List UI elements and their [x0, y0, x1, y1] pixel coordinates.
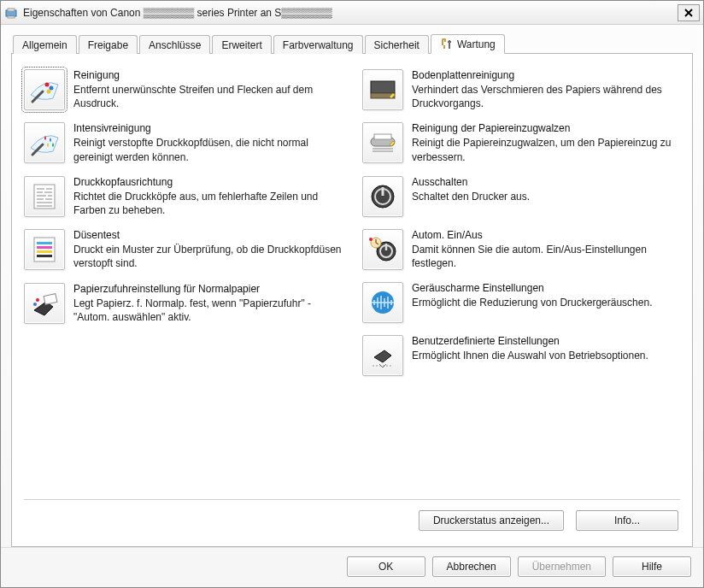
item-reinigung: Reinigung Entfernt unerwünschte Streifen… [24, 69, 342, 110]
tab-farbverwaltung[interactable]: Farbverwaltung [273, 35, 363, 54]
app-icon [4, 6, 18, 20]
window-title: Eigenschaften von Canon ▒▒▒▒▒▒▒ series P… [23, 7, 678, 19]
tab-wartung[interactable]: Wartung [431, 34, 505, 54]
tab-label: Erweitert [221, 39, 261, 51]
item-desc: Druckt ein Muster zur Überprüfung, ob di… [73, 243, 342, 270]
maintenance-columns: Reinigung Entfernt unerwünschte Streifen… [24, 69, 680, 494]
tabstrip: Allgemein Freigabe Anschlüsse Erweitert … [11, 33, 693, 54]
item-ausschalten: Ausschalten Schaltet den Drucker aus. [362, 176, 680, 217]
auto-power-button[interactable] [362, 229, 403, 270]
item-text: Druckkopfausrichtung Richtet die Druckkö… [73, 176, 342, 217]
svg-rect-17 [34, 238, 55, 262]
item-title: Reinigung der Papiereinzugwalzen [412, 122, 680, 134]
tab-erweitert[interactable]: Erweitert [212, 35, 271, 54]
svg-point-23 [36, 298, 39, 302]
item-bodenplattenreinigung: Bodenplattenreinigung Verhindert das Ver… [362, 69, 680, 110]
item-title: Reinigung [73, 69, 342, 81]
item-desc: Verhindert das Verschmieren des Papiers … [412, 83, 680, 110]
ok-button[interactable]: OK [347, 556, 425, 577]
item-text: Bodenplattenreinigung Verhindert das Ver… [412, 69, 680, 110]
svg-rect-25 [371, 81, 395, 93]
item-desc: Richtet die Druckköpfe aus, um fehlerhaf… [73, 190, 342, 217]
svg-point-40 [369, 238, 373, 241]
svg-rect-2 [8, 16, 15, 18]
item-text: Benutzerdefinierte Einstellungen Ermögli… [412, 335, 680, 362]
deep-cleaning-button[interactable] [24, 122, 65, 163]
item-title: Düsentest [73, 229, 342, 241]
svg-rect-6 [34, 185, 55, 209]
item-desc: Schaltet den Drucker aus. [412, 190, 680, 203]
right-column: Bodenplattenreinigung Verhindert das Ver… [362, 69, 680, 494]
item-benutzerdefiniert: Benutzerdefinierte Einstellungen Ermögli… [362, 335, 680, 376]
item-title: Autom. Ein/Aus [412, 229, 680, 241]
tab-label: Freigabe [88, 39, 128, 51]
item-text: Düsentest Druckt ein Muster zur Überprüf… [73, 229, 342, 270]
item-walzen: Reinigung der Papiereinzugwalzen Reinigt… [362, 122, 680, 163]
printer-status-button[interactable]: Druckerstatus anzeigen... [419, 510, 564, 531]
svg-point-5 [47, 90, 51, 94]
paper-source-button[interactable] [24, 283, 65, 324]
item-text: Autom. Ein/Aus Damit können Sie die auto… [412, 229, 680, 270]
item-text: Reinigung der Papiereinzugwalzen Reinigt… [412, 122, 680, 163]
print-head-align-button[interactable] [24, 176, 65, 217]
tab-allgemein[interactable]: Allgemein [13, 35, 77, 54]
tab-freigabe[interactable]: Freigabe [79, 35, 138, 54]
power-off-button[interactable] [362, 176, 403, 217]
item-desc: Ermöglicht Ihnen die Auswahl von Betrieb… [412, 349, 680, 362]
item-druckkopfausrichtung: Druckkopfausrichtung Richtet die Druckkö… [24, 176, 342, 217]
tab-anschluesse[interactable]: Anschlüsse [139, 35, 210, 54]
item-desc: Reinigt verstopfte Druckkopfdüsen, die n… [73, 136, 342, 163]
item-desc: Ermöglicht die Reduzierung von Druckerge… [412, 296, 680, 309]
svg-point-4 [50, 86, 54, 91]
cancel-button[interactable]: Abbrechen [432, 556, 511, 577]
nozzle-check-button[interactable] [24, 229, 65, 270]
svg-point-24 [33, 303, 37, 306]
item-text: Ausschalten Schaltet den Drucker aus. [412, 176, 680, 203]
item-title: Papierzufuhreinstellung für Normalpapier [73, 283, 342, 295]
item-text: Papierzufuhreinstellung für Normalpapier… [73, 283, 342, 324]
item-desc: Entfernt unerwünschte Streifen und Fleck… [73, 83, 342, 110]
item-title: Ausschalten [412, 176, 680, 188]
help-button[interactable]: Hilfe [613, 556, 691, 577]
svg-rect-21 [37, 255, 52, 257]
item-intensivreinigung: Intensivreinigung Reinigt verstopfte Dru… [24, 122, 342, 163]
custom-settings-button[interactable] [362, 335, 403, 376]
apply-button: Übernehmen [518, 556, 606, 577]
svg-rect-20 [37, 250, 52, 253]
tab-label: Wartung [457, 38, 496, 50]
item-title: Geräuscharme Einstellungen [412, 282, 680, 294]
item-autom-ein-aus: Autom. Ein/Aus Damit können Sie die auto… [362, 229, 680, 270]
item-title: Bodenplattenreinigung [412, 69, 680, 81]
tab-sicherheit[interactable]: Sicherheit [365, 35, 429, 54]
quiet-settings-button[interactable] [362, 282, 403, 323]
separator [24, 499, 680, 500]
left-column: Reinigung Entfernt unerwünschte Streifen… [24, 69, 342, 494]
item-papierzufuhr: Papierzufuhreinstellung für Normalpapier… [24, 283, 342, 324]
tab-label: Farbverwaltung [283, 39, 354, 51]
tab-label: Allgemein [22, 39, 67, 51]
item-duesentest: Düsentest Druckt ein Muster zur Überprüf… [24, 229, 342, 270]
item-desc: Reinigt die Papiereinzugwalzen, um den P… [412, 136, 680, 163]
svg-rect-1 [8, 9, 15, 11]
item-text: Reinigung Entfernt unerwünschte Streifen… [73, 69, 342, 110]
roller-clean-button[interactable] [362, 122, 403, 163]
item-text: Geräuscharme Einstellungen Ermöglicht di… [412, 282, 680, 309]
item-title: Intensivreinigung [73, 122, 342, 134]
titlebar: Eigenschaften von Canon ▒▒▒▒▒▒▒ series P… [1, 1, 703, 25]
svg-point-3 [45, 83, 50, 87]
cleaning-button[interactable] [24, 69, 65, 110]
item-text: Intensivreinigung Reinigt verstopfte Dru… [73, 122, 342, 163]
tab-label: Anschlüsse [149, 39, 201, 51]
item-title: Druckkopfausrichtung [73, 176, 342, 188]
svg-rect-18 [37, 242, 52, 244]
tab-label: Sicherheit [374, 39, 419, 51]
bottom-plate-clean-button[interactable] [362, 69, 403, 110]
svg-rect-19 [37, 246, 52, 249]
dialog-buttons: OK Abbrechen Übernehmen Hilfe [1, 547, 703, 587]
properties-window: Eigenschaften von Canon ▒▒▒▒▒▒▒ series P… [0, 0, 704, 588]
info-button[interactable]: Info... [576, 510, 678, 531]
close-button[interactable] [678, 4, 700, 21]
item-desc: Damit können Sie die autom. Ein/Aus-Eins… [412, 243, 680, 270]
item-desc: Legt Papierz. f. Normalp. fest, wenn "Pa… [73, 297, 342, 324]
bottom-row: Druckerstatus anzeigen... Info... [24, 507, 680, 538]
